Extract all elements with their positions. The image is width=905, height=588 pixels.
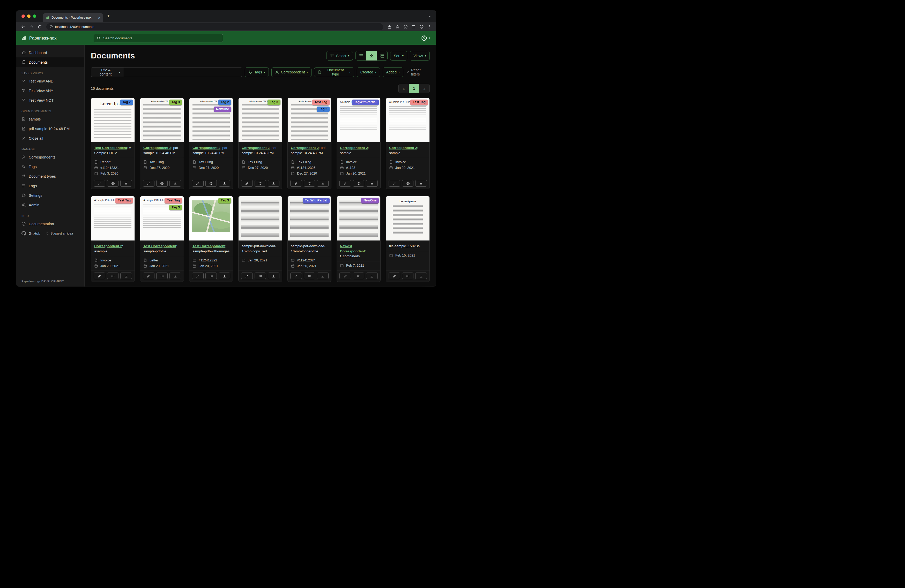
correspondent-link[interactable]: Test Correspondent <box>143 244 176 248</box>
tag-badge[interactable]: Tag 2 <box>120 100 133 105</box>
list-view-button[interactable] <box>356 51 366 60</box>
zoom-window-button[interactable] <box>33 14 36 18</box>
sidebar-item-test-view-and[interactable]: Test View AND <box>16 76 84 86</box>
document-card[interactable]: sample-pdf-download-10-mb copy_redJan 26… <box>238 196 282 282</box>
title-content-input[interactable] <box>124 67 242 77</box>
views-button[interactable]: Views ▾ <box>410 51 430 60</box>
sidebar-item-dashboard[interactable]: Dashboard <box>16 48 84 57</box>
download-document-button[interactable] <box>170 273 181 279</box>
download-document-button[interactable] <box>219 180 230 187</box>
details-view-button[interactable] <box>377 51 387 60</box>
address-bar[interactable]: localhost:4200/documents <box>46 23 383 30</box>
edit-document-button[interactable] <box>389 273 400 279</box>
edit-document-button[interactable] <box>290 180 302 187</box>
sidebar-item-documentation[interactable]: Documentation <box>16 219 84 228</box>
sidebar-item-tags[interactable]: Tags <box>16 162 84 171</box>
document-card[interactable]: Lorem IpsumTag 2Test Correspondent: A Sa… <box>91 98 135 189</box>
sort-button[interactable]: Sort ▾ <box>390 51 407 60</box>
back-button[interactable] <box>19 23 27 30</box>
preview-document-button[interactable] <box>107 273 119 279</box>
share-icon[interactable] <box>387 25 392 29</box>
download-document-button[interactable] <box>366 273 378 279</box>
download-document-button[interactable] <box>415 180 427 187</box>
sidebar-item-pdf-sample-10-24-48-pm[interactable]: pdf-sample 10.24.48 PM <box>16 124 84 133</box>
download-document-button[interactable] <box>120 273 132 279</box>
document-card[interactable]: Tag 3Test Correspondent: sample-pdf-with… <box>189 196 233 282</box>
extensions-puzzle-icon[interactable] <box>403 25 408 29</box>
download-document-button[interactable] <box>268 273 279 279</box>
preview-document-button[interactable] <box>304 180 315 187</box>
document-thumbnail[interactable]: NewOne <box>337 196 380 241</box>
preview-document-button[interactable] <box>205 273 217 279</box>
document-card[interactable]: Adobe Acrobat PDF FilesTag 3Corresponden… <box>238 98 282 189</box>
correspondent-link[interactable]: Correspondent 2 <box>291 146 319 150</box>
edit-document-button[interactable] <box>241 273 253 279</box>
edit-document-button[interactable] <box>143 180 154 187</box>
document-thumbnail[interactable]: A Simple PDF FileTagWithPartial <box>337 98 380 143</box>
document-thumbnail[interactable]: Lorem ipsum <box>386 196 429 241</box>
user-menu[interactable]: ▾ <box>421 35 430 41</box>
document-card[interactable]: Lorem ipsumfile-sample_150kBsFeb 15, 202… <box>386 196 430 282</box>
tag-badge[interactable]: Tag 3 <box>268 100 281 105</box>
grid-view-button[interactable] <box>366 51 377 60</box>
filter-tags-button[interactable]: Tags ▾ <box>245 68 269 77</box>
document-thumbnail[interactable]: Adobe Acrobat PDF FilesTest TagTag 2 <box>288 98 331 143</box>
close-window-button[interactable] <box>21 14 25 18</box>
document-thumbnail[interactable]: Adobe Acrobat PDF FilesTag 3 <box>238 98 282 143</box>
tag-badge[interactable]: NewOne <box>214 106 231 112</box>
document-thumbnail[interactable]: Tag 3 <box>189 196 233 241</box>
document-card[interactable]: TagWithPartialsample-pdf-download-10-mb-… <box>287 196 332 282</box>
tag-badge[interactable]: Tag 2 <box>218 100 231 105</box>
document-thumbnail[interactable]: Lorem IpsumTag 2 <box>91 98 135 143</box>
preview-document-button[interactable] <box>205 180 217 187</box>
correspondent-link[interactable]: Test Correspondent <box>192 244 225 248</box>
download-document-button[interactable] <box>415 273 427 279</box>
download-document-button[interactable] <box>170 180 181 187</box>
filter-created-button[interactable]: Created ▾ <box>357 68 380 77</box>
filter-added-button[interactable]: Added ▾ <box>383 68 403 77</box>
edit-document-button[interactable] <box>192 180 203 187</box>
sidebar-item-correspondents[interactable]: Correspondents <box>16 152 84 162</box>
sidebar-item-github[interactable]: GitHubSuggest an idea <box>16 228 84 238</box>
sidebar-item-close-all[interactable]: Close all <box>16 133 84 143</box>
sidebar-item-settings[interactable]: Settings <box>16 190 84 200</box>
correspondent-link[interactable]: Correspondent 2 <box>143 146 171 150</box>
preview-document-button[interactable] <box>353 180 365 187</box>
document-card[interactable]: A Simple PDF FileTest TagCorrespondent 2… <box>91 196 135 282</box>
document-thumbnail[interactable]: Adobe Acrobat PDF FilesTag 2NewOne <box>189 98 233 143</box>
tag-badge[interactable]: TagWithPartial <box>303 198 330 203</box>
tag-badge[interactable]: Tag 2 <box>317 106 330 112</box>
global-search[interactable] <box>94 34 223 43</box>
tab-close-icon[interactable]: × <box>98 16 100 20</box>
tag-badge[interactable]: Test Tag <box>410 100 428 105</box>
browser-tab[interactable]: Documents - Paperless-ngx × <box>43 13 103 22</box>
edit-document-button[interactable] <box>340 273 351 279</box>
sidebar-item-test-view-not[interactable]: Test View NOT <box>16 95 84 105</box>
correspondent-link[interactable]: Correspondent 2 <box>192 146 221 150</box>
correspondent-link[interactable]: Correspondent 2 <box>94 244 122 248</box>
reload-button[interactable] <box>36 23 43 30</box>
previous-page-button[interactable]: « <box>399 84 409 93</box>
document-card[interactable]: Adobe Acrobat PDF FilesTag 3Corresponden… <box>140 98 184 189</box>
browser-profile-icon[interactable] <box>419 25 424 29</box>
preview-document-button[interactable] <box>156 273 168 279</box>
document-card[interactable]: NewOneNewest Correspondent: f_combinedsF… <box>337 196 381 282</box>
sidebar-item-test-view-any[interactable]: Test View ANY <box>16 86 84 95</box>
tab-search-chevron-icon[interactable] <box>428 14 432 18</box>
filter-document-type-button[interactable]: Document type ▾ <box>314 68 354 77</box>
edit-document-button[interactable] <box>94 180 105 187</box>
download-document-button[interactable] <box>317 273 329 279</box>
correspondent-link[interactable]: Correspondent 2 <box>340 146 368 150</box>
suggest-idea-link[interactable]: Suggest an idea <box>46 232 73 235</box>
current-page-button[interactable]: 1 <box>409 84 419 93</box>
tag-badge[interactable]: Test Tag <box>115 198 133 203</box>
search-input[interactable] <box>103 36 220 40</box>
preview-document-button[interactable] <box>255 180 266 187</box>
edit-document-button[interactable] <box>94 273 105 279</box>
download-document-button[interactable] <box>268 180 279 187</box>
sidebar-item-documents[interactable]: Documents <box>16 57 84 67</box>
correspondent-link[interactable]: Test Correspondent <box>94 146 127 150</box>
document-card[interactable]: A Simple PDF FileTest TagTag 3Test Corre… <box>140 196 184 282</box>
title-content-dropdown[interactable]: Title & content ▾ <box>91 67 124 77</box>
correspondent-link[interactable]: Newest Correspondent <box>340 244 365 253</box>
